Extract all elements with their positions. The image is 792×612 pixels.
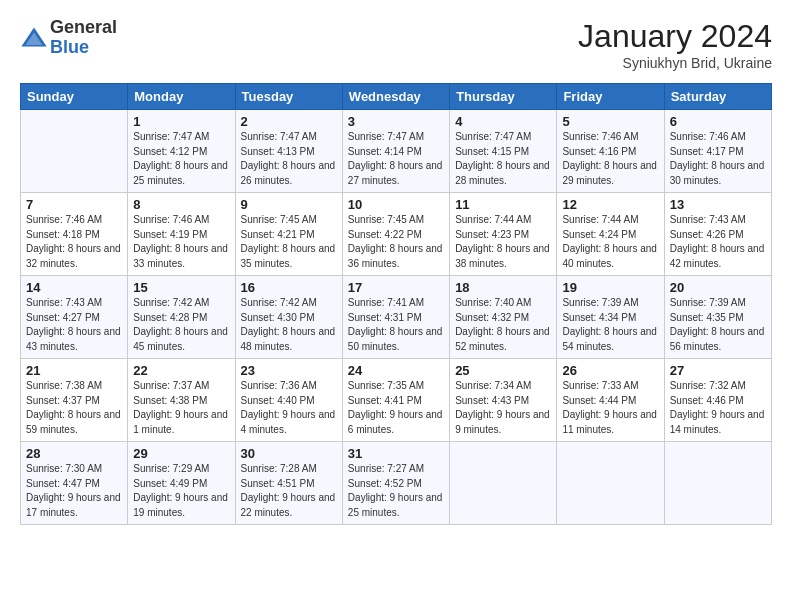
logo-icon: [20, 24, 48, 52]
day-number: 17: [348, 280, 444, 295]
calendar-cell: 24Sunrise: 7:35 AM Sunset: 4:41 PM Dayli…: [342, 359, 449, 442]
col-thursday: Thursday: [450, 84, 557, 110]
day-info: Sunrise: 7:42 AM Sunset: 4:28 PM Dayligh…: [133, 296, 229, 354]
day-info: Sunrise: 7:39 AM Sunset: 4:35 PM Dayligh…: [670, 296, 766, 354]
day-number: 21: [26, 363, 122, 378]
day-info: Sunrise: 7:35 AM Sunset: 4:41 PM Dayligh…: [348, 379, 444, 437]
calendar-cell: 18Sunrise: 7:40 AM Sunset: 4:32 PM Dayli…: [450, 276, 557, 359]
day-info: Sunrise: 7:38 AM Sunset: 4:37 PM Dayligh…: [26, 379, 122, 437]
calendar-cell: [664, 442, 771, 525]
calendar-cell: 25Sunrise: 7:34 AM Sunset: 4:43 PM Dayli…: [450, 359, 557, 442]
day-number: 12: [562, 197, 658, 212]
logo-blue-text: Blue: [50, 37, 89, 57]
day-info: Sunrise: 7:45 AM Sunset: 4:22 PM Dayligh…: [348, 213, 444, 271]
day-number: 27: [670, 363, 766, 378]
day-info: Sunrise: 7:32 AM Sunset: 4:46 PM Dayligh…: [670, 379, 766, 437]
day-info: Sunrise: 7:43 AM Sunset: 4:27 PM Dayligh…: [26, 296, 122, 354]
calendar-cell: 23Sunrise: 7:36 AM Sunset: 4:40 PM Dayli…: [235, 359, 342, 442]
day-number: 9: [241, 197, 337, 212]
day-info: Sunrise: 7:34 AM Sunset: 4:43 PM Dayligh…: [455, 379, 551, 437]
col-monday: Monday: [128, 84, 235, 110]
calendar-cell: 9Sunrise: 7:45 AM Sunset: 4:21 PM Daylig…: [235, 193, 342, 276]
day-info: Sunrise: 7:41 AM Sunset: 4:31 PM Dayligh…: [348, 296, 444, 354]
month-title: January 2024: [578, 18, 772, 55]
calendar-cell: [450, 442, 557, 525]
calendar-cell: 7Sunrise: 7:46 AM Sunset: 4:18 PM Daylig…: [21, 193, 128, 276]
calendar-cell: 20Sunrise: 7:39 AM Sunset: 4:35 PM Dayli…: [664, 276, 771, 359]
calendar-cell: 17Sunrise: 7:41 AM Sunset: 4:31 PM Dayli…: [342, 276, 449, 359]
calendar-cell: [557, 442, 664, 525]
day-number: 15: [133, 280, 229, 295]
calendar-cell: 30Sunrise: 7:28 AM Sunset: 4:51 PM Dayli…: [235, 442, 342, 525]
day-number: 3: [348, 114, 444, 129]
calendar-cell: 10Sunrise: 7:45 AM Sunset: 4:22 PM Dayli…: [342, 193, 449, 276]
calendar-cell: 6Sunrise: 7:46 AM Sunset: 4:17 PM Daylig…: [664, 110, 771, 193]
day-number: 22: [133, 363, 229, 378]
day-info: Sunrise: 7:47 AM Sunset: 4:14 PM Dayligh…: [348, 130, 444, 188]
calendar-cell: 4Sunrise: 7:47 AM Sunset: 4:15 PM Daylig…: [450, 110, 557, 193]
col-saturday: Saturday: [664, 84, 771, 110]
calendar-week-row: 28Sunrise: 7:30 AM Sunset: 4:47 PM Dayli…: [21, 442, 772, 525]
day-number: 6: [670, 114, 766, 129]
day-info: Sunrise: 7:46 AM Sunset: 4:16 PM Dayligh…: [562, 130, 658, 188]
calendar-cell: 29Sunrise: 7:29 AM Sunset: 4:49 PM Dayli…: [128, 442, 235, 525]
calendar-cell: 31Sunrise: 7:27 AM Sunset: 4:52 PM Dayli…: [342, 442, 449, 525]
calendar-cell: 16Sunrise: 7:42 AM Sunset: 4:30 PM Dayli…: [235, 276, 342, 359]
calendar-cell: 8Sunrise: 7:46 AM Sunset: 4:19 PM Daylig…: [128, 193, 235, 276]
calendar-cell: 21Sunrise: 7:38 AM Sunset: 4:37 PM Dayli…: [21, 359, 128, 442]
day-info: Sunrise: 7:45 AM Sunset: 4:21 PM Dayligh…: [241, 213, 337, 271]
day-number: 4: [455, 114, 551, 129]
calendar-cell: 3Sunrise: 7:47 AM Sunset: 4:14 PM Daylig…: [342, 110, 449, 193]
calendar-cell: 15Sunrise: 7:42 AM Sunset: 4:28 PM Dayli…: [128, 276, 235, 359]
col-friday: Friday: [557, 84, 664, 110]
day-number: 20: [670, 280, 766, 295]
calendar-cell: 2Sunrise: 7:47 AM Sunset: 4:13 PM Daylig…: [235, 110, 342, 193]
day-info: Sunrise: 7:46 AM Sunset: 4:18 PM Dayligh…: [26, 213, 122, 271]
day-info: Sunrise: 7:44 AM Sunset: 4:23 PM Dayligh…: [455, 213, 551, 271]
calendar-cell: 19Sunrise: 7:39 AM Sunset: 4:34 PM Dayli…: [557, 276, 664, 359]
day-number: 23: [241, 363, 337, 378]
day-number: 30: [241, 446, 337, 461]
day-number: 16: [241, 280, 337, 295]
day-info: Sunrise: 7:28 AM Sunset: 4:51 PM Dayligh…: [241, 462, 337, 520]
day-number: 31: [348, 446, 444, 461]
day-number: 26: [562, 363, 658, 378]
day-info: Sunrise: 7:29 AM Sunset: 4:49 PM Dayligh…: [133, 462, 229, 520]
day-number: 7: [26, 197, 122, 212]
day-number: 29: [133, 446, 229, 461]
day-info: Sunrise: 7:30 AM Sunset: 4:47 PM Dayligh…: [26, 462, 122, 520]
day-info: Sunrise: 7:27 AM Sunset: 4:52 PM Dayligh…: [348, 462, 444, 520]
day-number: 5: [562, 114, 658, 129]
day-info: Sunrise: 7:37 AM Sunset: 4:38 PM Dayligh…: [133, 379, 229, 437]
day-info: Sunrise: 7:44 AM Sunset: 4:24 PM Dayligh…: [562, 213, 658, 271]
calendar-week-row: 1Sunrise: 7:47 AM Sunset: 4:12 PM Daylig…: [21, 110, 772, 193]
day-number: 19: [562, 280, 658, 295]
day-number: 2: [241, 114, 337, 129]
day-number: 13: [670, 197, 766, 212]
col-sunday: Sunday: [21, 84, 128, 110]
day-info: Sunrise: 7:46 AM Sunset: 4:17 PM Dayligh…: [670, 130, 766, 188]
col-tuesday: Tuesday: [235, 84, 342, 110]
calendar-week-row: 7Sunrise: 7:46 AM Sunset: 4:18 PM Daylig…: [21, 193, 772, 276]
day-info: Sunrise: 7:39 AM Sunset: 4:34 PM Dayligh…: [562, 296, 658, 354]
logo: General Blue: [20, 18, 117, 58]
day-info: Sunrise: 7:47 AM Sunset: 4:12 PM Dayligh…: [133, 130, 229, 188]
calendar-cell: 13Sunrise: 7:43 AM Sunset: 4:26 PM Dayli…: [664, 193, 771, 276]
title-block: January 2024 Syniukhyn Brid, Ukraine: [578, 18, 772, 71]
day-info: Sunrise: 7:40 AM Sunset: 4:32 PM Dayligh…: [455, 296, 551, 354]
calendar-table: Sunday Monday Tuesday Wednesday Thursday…: [20, 83, 772, 525]
day-number: 10: [348, 197, 444, 212]
calendar-cell: 22Sunrise: 7:37 AM Sunset: 4:38 PM Dayli…: [128, 359, 235, 442]
day-info: Sunrise: 7:47 AM Sunset: 4:13 PM Dayligh…: [241, 130, 337, 188]
day-number: 1: [133, 114, 229, 129]
logo-general-text: General: [50, 17, 117, 37]
day-number: 14: [26, 280, 122, 295]
calendar-cell: 26Sunrise: 7:33 AM Sunset: 4:44 PM Dayli…: [557, 359, 664, 442]
header: General Blue January 2024 Syniukhyn Brid…: [20, 18, 772, 71]
calendar-week-row: 14Sunrise: 7:43 AM Sunset: 4:27 PM Dayli…: [21, 276, 772, 359]
calendar-cell: 14Sunrise: 7:43 AM Sunset: 4:27 PM Dayli…: [21, 276, 128, 359]
logo-text: General Blue: [50, 18, 117, 58]
day-info: Sunrise: 7:47 AM Sunset: 4:15 PM Dayligh…: [455, 130, 551, 188]
calendar-cell: [21, 110, 128, 193]
day-info: Sunrise: 7:46 AM Sunset: 4:19 PM Dayligh…: [133, 213, 229, 271]
